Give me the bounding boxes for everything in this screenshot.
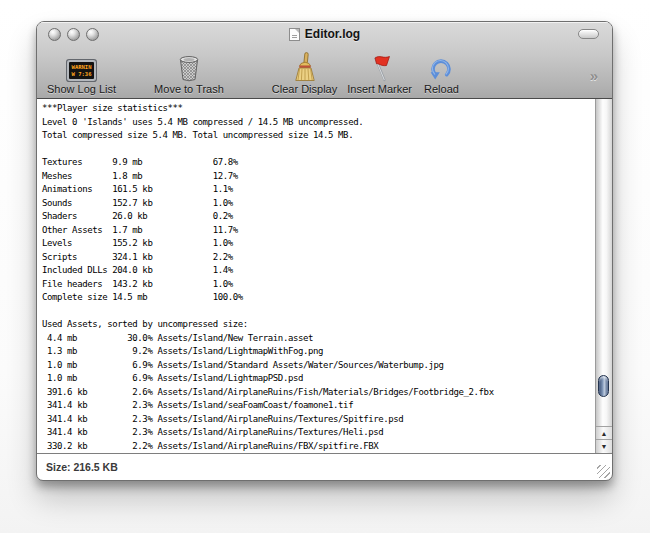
log-text[interactable]: ***Player size statistics*** Level 0 'Is…	[37, 99, 595, 453]
red-flag-icon	[367, 51, 393, 82]
vertical-scrollbar[interactable]: ▲ ▼	[595, 99, 612, 453]
scroll-up-button[interactable]: ▲	[596, 426, 612, 439]
toolbar-button-insert-marker[interactable]: Insert Marker	[347, 51, 412, 95]
toolbar-overflow-chevron[interactable]: »	[590, 68, 598, 83]
toolbar: WARNIN W 7:36 Show Log List	[37, 46, 612, 98]
led-text-line2: W 7:36	[69, 71, 94, 78]
status-bar: Size: 216.5 KB	[37, 453, 612, 480]
document-icon	[289, 28, 300, 41]
scrollbar-arrows: ▲ ▼	[596, 426, 612, 453]
toolbar-button-clear-display[interactable]: Clear Display	[272, 51, 337, 95]
window-header: Editor.log WARNIN W 7:36 Show Log List	[37, 22, 612, 99]
trash-icon	[176, 51, 202, 82]
toolbar-button-show-log-list[interactable]: WARNIN W 7:36 Show Log List	[47, 51, 116, 95]
window-title: Editor.log	[37, 22, 612, 46]
scroll-down-button[interactable]: ▼	[596, 439, 612, 452]
titlebar[interactable]: Editor.log	[37, 22, 612, 46]
editor-log-window: Editor.log WARNIN W 7:36 Show Log List	[36, 21, 613, 481]
toolbar-label: Move to Trash	[154, 83, 224, 95]
down-arrow-icon: ▼	[601, 443, 608, 450]
toolbar-label: Show Log List	[47, 83, 116, 95]
broom-icon	[292, 51, 318, 82]
resize-grip[interactable]	[597, 465, 610, 478]
toolbar-button-reload[interactable]: Reload	[424, 51, 459, 95]
toolbar-label: Insert Marker	[347, 83, 412, 95]
led-text-line1: WARNIN	[69, 64, 94, 71]
toolbar-toggle-button[interactable]	[578, 29, 599, 39]
toolbar-label: Reload	[424, 83, 459, 95]
led-log-display-icon: WARNIN W 7:36	[69, 51, 94, 82]
log-content-area: ***Player size statistics*** Level 0 'Is…	[37, 99, 612, 453]
file-size-label: Size: 216.5 KB	[46, 461, 118, 473]
toolbar-label: Clear Display	[272, 83, 337, 95]
scrollbar-thumb[interactable]	[598, 375, 609, 397]
toolbar-button-move-to-trash[interactable]: Move to Trash	[154, 51, 224, 95]
reload-arrow-icon	[428, 51, 454, 82]
window-title-label: Editor.log	[305, 27, 360, 41]
up-arrow-icon: ▲	[601, 430, 608, 437]
